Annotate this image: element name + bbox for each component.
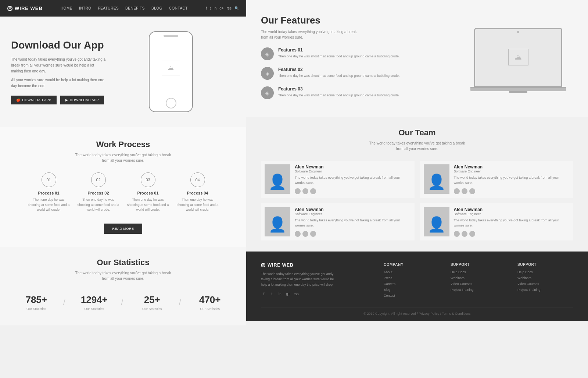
footer-link-careers[interactable]: Careers [384, 282, 440, 286]
navbar: WIRE WEB HOME INTRO FEATURES BENEFITS BL… [0, 0, 246, 17]
process-step-3: 03 Process 01 Then one day he was shooti… [126, 172, 170, 213]
brand: WIRE WEB [7, 6, 43, 11]
feature-content-3: Features 03 Then one day he was shootin'… [278, 86, 399, 98]
team-subtitle: The world today takes everything you've … [366, 140, 469, 151]
social-dot-4a[interactable] [454, 231, 460, 237]
footer-social-in[interactable]: in [277, 291, 283, 297]
laptop-base [470, 87, 566, 91]
nav-blog[interactable]: BLOG [151, 6, 162, 10]
team-desc-1: The world today takes everything you've … [295, 175, 411, 185]
apple-icon: 🍎 [16, 98, 21, 102]
footer-support1-title: SUPPORT [451, 263, 506, 267]
social-dot-4c[interactable] [469, 231, 475, 237]
team-card-1: 👤 Alen Newman Software Engineer The worl… [261, 161, 415, 198]
footer-top: ✕ WIRE WEB The world today takes everyth… [261, 263, 573, 300]
social-fb[interactable]: f [206, 6, 207, 10]
team-card-4: 👤 Alen Newman Software Engineer The worl… [420, 203, 574, 240]
team-desc-2: The world today takes everything you've … [454, 175, 570, 185]
social-dot-2c[interactable] [469, 188, 475, 194]
download-btn-1-label: DOWNLOAD APP [22, 98, 51, 102]
footer-link-about[interactable]: About [384, 270, 440, 274]
footer-social-tw[interactable]: t [269, 291, 275, 297]
footer-support2-title: SUPPORT [517, 263, 573, 267]
footer-col-support1: SUPPORT Help Docs Webinars Video Courses… [451, 263, 506, 300]
footer-social-fb[interactable]: f [261, 291, 267, 297]
features-content: Our Features The world today takes every… [261, 15, 408, 106]
team-info-2: Alen Newman Software Engineer The world … [454, 164, 570, 194]
read-more-button[interactable]: READ MORE [104, 224, 142, 234]
footer-s1-link-2[interactable]: Webinars [451, 276, 506, 280]
stat-2: 1294+ Our Statistics [65, 290, 123, 314]
social-dot-3b[interactable] [302, 231, 308, 237]
social-dot-2b[interactable] [462, 188, 467, 194]
social-tw[interactable]: t [210, 6, 211, 10]
social-dot-1c[interactable] [310, 188, 316, 194]
footer-brand-name: ✕ WIRE WEB [261, 263, 373, 268]
hero-section: Download Our App The world today takes e… [0, 17, 246, 127]
team-role-3: Software Engineer [295, 212, 411, 216]
footer-s2-link-3[interactable]: Video Courses [517, 282, 573, 286]
footer-s2-link-2[interactable]: Webinars [517, 276, 573, 280]
social-rss[interactable]: rss [227, 6, 232, 10]
team-avatar-3: 👤 [265, 207, 290, 236]
stat-4: 470+ Our Statistics [181, 290, 239, 314]
download-btn-1[interactable]: 🍎 DOWNLOAD APP [11, 96, 57, 104]
footer-link-blog[interactable]: Blog [384, 288, 440, 292]
team-desc-3: The world today takes everything you've … [295, 218, 411, 228]
feature-item-3: Features 03 Then one day he was shootin'… [261, 86, 408, 99]
nav-benefits[interactable]: BENEFITS [125, 6, 145, 10]
social-dot-3a[interactable] [295, 231, 301, 237]
footer-link-press[interactable]: Press [384, 276, 440, 280]
social-dot-1a[interactable] [295, 188, 301, 194]
nav-features[interactable]: FEATURES [98, 6, 119, 10]
team-social-3 [295, 231, 411, 237]
social-in[interactable]: in [214, 6, 216, 10]
step-title-3: Process 01 [126, 191, 170, 195]
copyright-text: © 2019 Copyright. All right reserved / P… [363, 312, 470, 315]
right-panel: Our Features The world today takes every… [246, 0, 588, 378]
step-title-1: Process 01 [27, 191, 71, 195]
footer-s1-link-3[interactable]: Video Courses [451, 282, 506, 286]
stat-label-3: Our Statistics [127, 307, 178, 311]
nav-contact[interactable]: CONTACT [169, 6, 188, 10]
download-btn-2[interactable]: ▶ DOWNLOAD APP [60, 96, 104, 104]
footer-social-rss[interactable]: rss [293, 291, 299, 297]
feature-icon-3 [261, 86, 274, 99]
hero-buttons: 🍎 DOWNLOAD APP ▶ DOWNLOAD APP [11, 96, 107, 104]
footer: ✕ WIRE WEB The world today takes everyth… [246, 252, 588, 321]
footer-s1-link-4[interactable]: Project Training [451, 288, 506, 292]
hero-text-1: The world today takes everything you've … [11, 57, 107, 74]
social-dot-4b[interactable] [462, 231, 467, 237]
social-gp[interactable]: g+ [219, 6, 223, 10]
hero-content: Download Our App The world today takes e… [11, 39, 107, 105]
footer-s1-link-1[interactable]: Help Docs [451, 270, 506, 274]
nav-intro[interactable]: INTRO [79, 6, 92, 10]
footer-s2-link-1[interactable]: Help Docs [517, 270, 573, 274]
footer-s2-link-4[interactable]: Project Training [517, 288, 573, 292]
social-dot-2a[interactable] [454, 188, 460, 194]
stat-number-4: 470+ [185, 294, 236, 306]
stat-number-3: 25+ [127, 294, 178, 306]
footer-link-contact[interactable]: Contact [384, 294, 440, 297]
footer-brand: ✕ WIRE WEB The world today takes everyth… [261, 263, 373, 300]
step-title-4: Process 04 [176, 191, 220, 195]
laptop-mockup: ⛰ [470, 28, 566, 93]
statistics-subtitle: The world today takes everything you've … [72, 270, 175, 281]
stat-label-4: Our Statistics [185, 307, 236, 311]
left-panel: WIRE WEB HOME INTRO FEATURES BENEFITS BL… [0, 0, 246, 378]
social-dot-1b[interactable] [302, 188, 308, 194]
feature-icon-2 [261, 67, 274, 80]
step-text-2: Then one day he was shooting at some foo… [76, 197, 121, 213]
work-process-section: Work Process The world today takes every… [0, 127, 246, 247]
nav-home[interactable]: HOME [61, 6, 72, 10]
avatar-icon-4: 👤 [427, 216, 446, 233]
statistics-section: Our Statistics The world today takes eve… [0, 247, 246, 325]
search-icon[interactable]: 🔍 [234, 6, 239, 10]
social-dot-3c[interactable] [310, 231, 316, 237]
phone-container [107, 31, 235, 112]
step-number-1: 01 [42, 172, 56, 187]
team-info-1: Alen Newman Software Engineer The world … [295, 164, 411, 194]
footer-social-gp[interactable]: g+ [285, 291, 291, 297]
step-text-1: Then one day he was shooting at some foo… [27, 197, 71, 213]
step-text-4: Then one day he was shooting at some foo… [176, 197, 220, 213]
